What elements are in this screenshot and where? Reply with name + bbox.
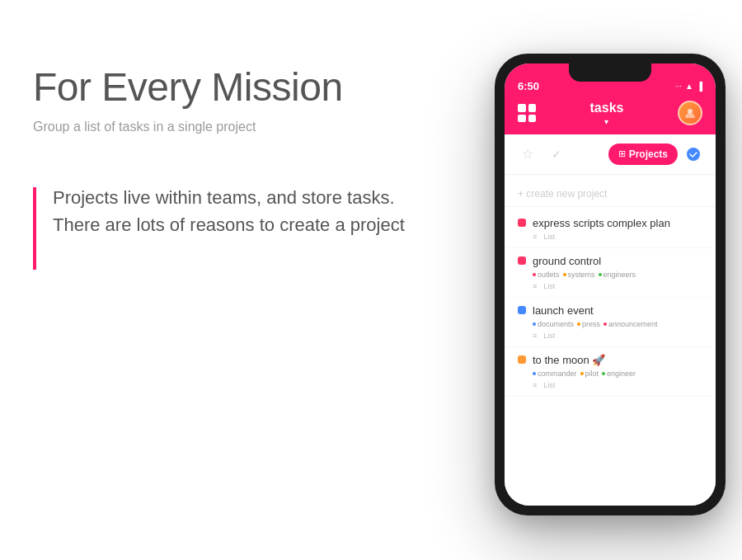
- tag-dot: [563, 273, 566, 276]
- tag-dot: [533, 322, 536, 326]
- create-project-button[interactable]: + create new project: [505, 181, 716, 207]
- list-icon: ≡: [533, 381, 537, 389]
- project-tags-row: outlets systems engineers: [518, 271, 702, 279]
- meta-label: List: [543, 381, 555, 389]
- tab-projects-label: Projects: [629, 148, 668, 160]
- project-color-dot: [518, 256, 526, 265]
- project-title-row: launch event: [518, 304, 702, 317]
- project-color-dot: [518, 219, 526, 227]
- project-meta: ≡ List: [518, 332, 702, 340]
- grid-dot-4: [528, 115, 537, 123]
- sub-heading: Group a list of tasks in a single projec…: [33, 120, 412, 134]
- project-meta: ≡ List: [518, 381, 702, 389]
- phone-notch: [569, 64, 651, 82]
- quote-block: Projects live within teams, and store ta…: [33, 184, 412, 270]
- project-name: express scripts complex plan: [533, 217, 670, 229]
- meta-label: List: [543, 332, 555, 340]
- project-tag: announcement: [603, 320, 658, 328]
- page-content: For Every Mission Group a list of tasks …: [0, 0, 742, 560]
- projects-grid-icon: ⊞: [618, 148, 626, 159]
- quote-text: Projects live within teams, and store ta…: [53, 184, 412, 238]
- chevron-down-icon: ▾: [604, 117, 608, 126]
- tag-dot: [599, 273, 602, 276]
- grid-dot-2: [528, 104, 537, 112]
- project-tag: press: [577, 320, 600, 328]
- meta-label: List: [543, 233, 555, 241]
- project-name: ground control: [533, 255, 601, 267]
- tag-dot: [533, 372, 536, 375]
- star-icon: ☆: [522, 146, 533, 162]
- list-item[interactable]: launch event documents press announcemen…: [505, 298, 716, 347]
- list-icon: ≡: [533, 233, 537, 241]
- project-tag: engineer: [602, 369, 636, 378]
- grid-dot-3: [518, 115, 526, 123]
- signal-icon: ···: [675, 82, 682, 91]
- project-tags-row: commander pilot engineer: [518, 369, 702, 378]
- phone-screen: 6:50 ··· ▲ ▐ task: [505, 64, 716, 506]
- tab-star[interactable]: ☆: [514, 141, 541, 167]
- project-tag: commander: [533, 369, 577, 378]
- project-name: launch event: [533, 304, 594, 317]
- wifi-icon: ▲: [685, 82, 693, 91]
- phone-wrapper: 6:50 ··· ▲ ▐ task: [495, 25, 726, 544]
- project-color-dot: [518, 355, 526, 364]
- tag-dot: [603, 322, 607, 326]
- list-item[interactable]: to the moon 🚀 commander pilot engineer: [505, 347, 716, 397]
- list-item[interactable]: ground control outlets systems engineers: [505, 248, 716, 298]
- tab-check[interactable]: ✓: [544, 142, 569, 167]
- phone-outer: 6:50 ··· ▲ ▐ task: [495, 54, 726, 515]
- project-title-row: express scripts complex plan: [518, 217, 702, 229]
- tab-projects-active[interactable]: ⊞ Projects: [608, 144, 678, 165]
- main-heading: For Every Mission: [33, 66, 412, 110]
- check-icon: ✓: [552, 148, 561, 161]
- battery-icon: ▐: [697, 82, 702, 91]
- status-icons: ··· ▲ ▐: [675, 82, 702, 91]
- project-name: to the moon 🚀: [533, 354, 605, 366]
- grid-dot-1: [518, 104, 526, 112]
- project-list: + create new project express scripts com…: [505, 175, 716, 506]
- list-item[interactable]: express scripts complex plan ≡ List: [505, 210, 716, 248]
- list-icon: ≡: [533, 332, 537, 340]
- project-title-row: to the moon 🚀: [518, 354, 702, 366]
- project-meta: ≡ List: [518, 233, 702, 241]
- project-tag: pilot: [580, 369, 599, 378]
- svg-point-1: [687, 148, 700, 161]
- tab-bar: ☆ ✓ ⊞ Projects: [505, 134, 716, 175]
- project-tag: systems: [563, 271, 595, 279]
- tag-dot: [577, 322, 580, 326]
- avatar[interactable]: [678, 101, 702, 125]
- app-header: tasks ▾: [505, 96, 716, 134]
- tag-dot: [580, 372, 584, 375]
- project-tag: documents: [533, 320, 574, 328]
- project-tags-row: documents press announcement: [518, 320, 702, 328]
- meta-label: List: [543, 282, 555, 290]
- tab-verified[interactable]: [681, 142, 706, 167]
- list-icon: ≡: [533, 282, 537, 290]
- quote-bar-decoration: [33, 187, 36, 270]
- project-meta: ≡ List: [518, 282, 702, 290]
- project-color-dot: [518, 306, 526, 314]
- tag-dot: [533, 273, 536, 276]
- tag-dot: [602, 372, 605, 375]
- header-title: tasks: [590, 101, 624, 115]
- header-title-area: tasks ▾: [590, 101, 624, 126]
- project-tag: engineers: [599, 271, 636, 279]
- status-time: 6:50: [518, 80, 539, 92]
- grid-icon[interactable]: [518, 104, 536, 122]
- project-tag: outlets: [533, 271, 560, 279]
- project-title-row: ground control: [518, 255, 702, 267]
- left-section: For Every Mission Group a list of tasks …: [33, 66, 412, 270]
